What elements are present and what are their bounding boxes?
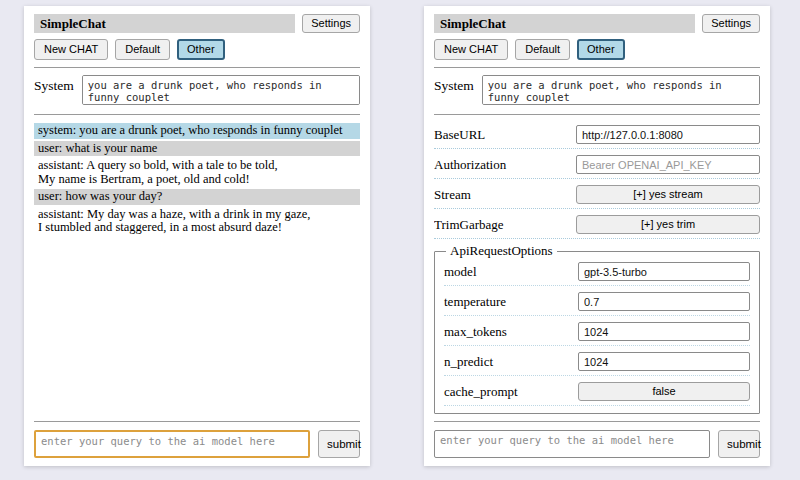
query-input[interactable] [34,430,310,458]
n-predict-label: n_predict [444,354,493,370]
temperature-label: temperature [444,294,506,310]
session-row: New CHAT Default Other [34,39,360,60]
setting-row-baseurl: BaseURL [434,123,760,149]
header: SimpleChat Settings [34,14,360,33]
setting-row-cache-prompt: cache_prompt false [444,380,750,406]
header: SimpleChat Settings [434,14,760,33]
query-input[interactable] [434,430,710,458]
query-row: submit [434,430,760,458]
setting-row-trimgarbage: TrimGarbage [+] yes trim [434,213,760,239]
api-request-options-group: ApiRequestOptions model temperature max_… [434,243,760,414]
setting-row-stream: Stream [+] yes stream [434,183,760,209]
model-label: model [444,264,477,280]
system-prompt-input[interactable]: you are a drunk poet, who responds in fu… [482,75,760,105]
submit-button[interactable]: submit [318,430,360,458]
system-prompt-row: System you are a drunk poet, who respond… [34,75,360,105]
api-request-options-legend: ApiRequestOptions [446,243,557,259]
chat-message-system: system: you are a drunk poet, who respon… [34,123,360,139]
system-label: System [434,75,474,94]
trimgarbage-toggle-button[interactable]: [+] yes trim [576,215,760,234]
baseurl-label: BaseURL [434,127,485,143]
divider [34,114,360,115]
new-chat-button[interactable]: New CHAT [434,39,508,60]
submit-button[interactable]: submit [718,430,760,458]
stream-toggle-button[interactable]: [+] yes stream [576,185,760,204]
divider [34,421,360,422]
new-chat-button[interactable]: New CHAT [34,39,108,60]
chat-message-user: user: what is your name [34,141,360,157]
setting-row-model: model [444,260,750,286]
chat-message-assistant: assistant: My day was a haze, with a dri… [34,207,360,236]
setting-row-n-predict: n_predict [444,350,750,376]
session-tab-default[interactable]: Default [115,39,170,60]
n-predict-input[interactable] [578,352,750,371]
simplechat-window-settings: SimpleChat Settings New CHAT Default Oth… [424,6,770,466]
setting-row-temperature: temperature [444,290,750,316]
cache-prompt-toggle-button[interactable]: false [578,382,750,401]
query-row: submit [34,430,360,458]
max-tokens-label: max_tokens [444,324,507,340]
baseurl-input[interactable] [576,125,760,144]
stream-label: Stream [434,187,471,203]
session-tab-other[interactable]: Other [577,39,625,60]
session-row: New CHAT Default Other [434,39,760,60]
app-title: SimpleChat [434,14,695,33]
divider [434,67,760,68]
system-prompt-row: System you are a drunk poet, who respond… [434,75,760,105]
temperature-input[interactable] [578,292,750,311]
authorization-label: Authorization [434,157,506,173]
divider [34,67,360,68]
max-tokens-input[interactable] [578,322,750,341]
divider [434,114,760,115]
setting-row-max-tokens: max_tokens [444,320,750,346]
chat-message-user: user: how was your day? [34,189,360,205]
settings-form: BaseURL Authorization Stream [+] yes str… [434,123,760,417]
system-prompt-input[interactable]: you are a drunk poet, who responds in fu… [82,75,360,105]
trimgarbage-label: TrimGarbage [434,217,504,233]
system-label: System [34,75,74,94]
simplechat-window-chat: SimpleChat Settings New CHAT Default Oth… [24,6,370,466]
model-input[interactable] [578,262,750,281]
cache-prompt-label: cache_prompt [444,384,518,400]
chat-message-list: system: you are a drunk poet, who respon… [34,123,360,417]
divider [434,421,760,422]
settings-button[interactable]: Settings [702,14,760,33]
app-title: SimpleChat [34,14,295,33]
settings-button[interactable]: Settings [302,14,360,33]
chat-message-assistant: assistant: A query so bold, with a tale … [34,158,360,187]
authorization-input[interactable] [576,155,760,174]
session-tab-other[interactable]: Other [177,39,225,60]
session-tab-default[interactable]: Default [515,39,570,60]
setting-row-authorization: Authorization [434,153,760,179]
